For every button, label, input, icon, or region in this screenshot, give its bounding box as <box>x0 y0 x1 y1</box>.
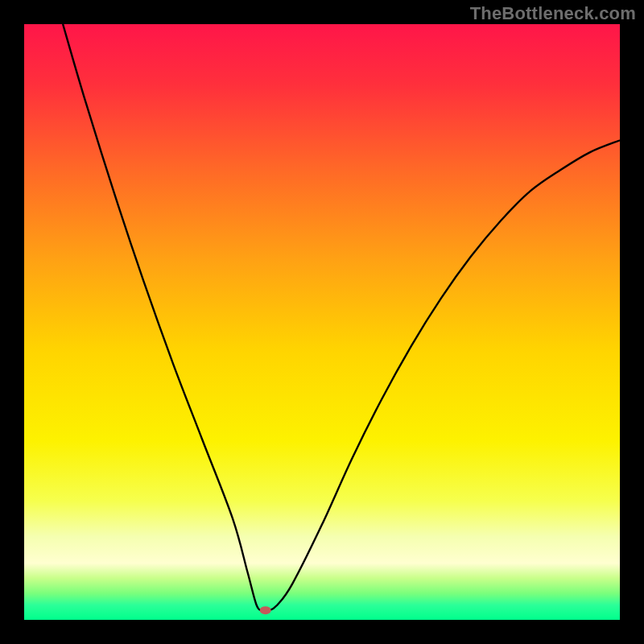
chart-stage: TheBottleneck.com <box>0 0 644 644</box>
bottleneck-curve-svg <box>24 24 620 620</box>
plot-area <box>24 24 620 620</box>
bottleneck-curve <box>63 24 620 612</box>
optimal-marker <box>260 606 271 614</box>
watermark-text: TheBottleneck.com <box>470 3 636 24</box>
